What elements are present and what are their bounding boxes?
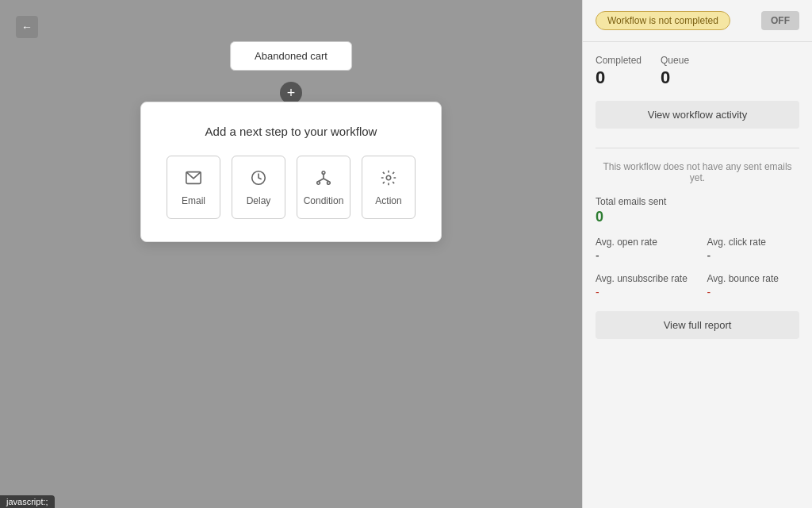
back-arrow-icon: ← <box>21 21 33 33</box>
avg-bounce-rate: Avg. bounce rate - <box>707 273 800 298</box>
avg-unsub-value: - <box>596 286 688 298</box>
completed-label: Completed <box>596 55 642 66</box>
email-stats: Avg. open rate - Avg. click rate - Avg. … <box>596 237 799 298</box>
avg-click-value: - <box>707 249 800 262</box>
svg-line-6 <box>319 178 324 181</box>
delay-option-label: Delay <box>247 195 271 206</box>
action-icon <box>380 169 397 190</box>
workflow-canvas: ← Abandoned cart + Add a next step to yo… <box>0 0 582 508</box>
avg-open-label: Avg. open rate <box>596 237 688 248</box>
view-activity-button[interactable]: View workflow activity <box>596 101 799 129</box>
avg-open-rate: Avg. open rate - <box>596 237 688 262</box>
email-icon <box>185 169 202 190</box>
avg-open-value: - <box>596 249 688 262</box>
sidebar-body: Completed 0 Queue 0 View workflow activi… <box>583 42 812 508</box>
svg-point-2 <box>322 171 325 174</box>
add-step-button[interactable]: + <box>280 82 302 104</box>
completed-stat: Completed 0 <box>596 55 642 88</box>
workflow-sidebar: Workflow is not completed OFF Completed … <box>582 0 812 508</box>
step-option-condition[interactable]: Condition <box>297 156 350 219</box>
view-report-button[interactable]: View full report <box>596 311 799 339</box>
step-option-action[interactable]: Action <box>362 156 416 219</box>
condition-icon <box>315 169 332 190</box>
back-button[interactable]: ← <box>16 16 38 38</box>
svg-point-3 <box>317 181 320 184</box>
unsub-bounce-row: Avg. unsubscribe rate - Avg. bounce rate… <box>596 273 799 298</box>
completed-value: 0 <box>596 67 642 88</box>
email-option-label: Email <box>182 195 205 206</box>
queue-stat: Queue 0 <box>661 55 689 88</box>
node-label: Abandoned cart <box>255 50 327 62</box>
total-emails-section: Total emails sent 0 <box>596 196 799 225</box>
total-emails-label: Total emails sent <box>596 196 799 207</box>
avg-click-label: Avg. click rate <box>707 237 800 248</box>
status-bar: javascript:; <box>0 495 55 508</box>
step-option-email[interactable]: Email <box>167 156 220 219</box>
action-option-label: Action <box>375 195 401 206</box>
step-option-delay[interactable]: Delay <box>232 156 285 219</box>
step-options: Email Delay <box>167 156 416 219</box>
avg-bounce-label: Avg. bounce rate <box>707 273 800 284</box>
workflow-node[interactable]: Abandoned cart <box>230 41 352 71</box>
queue-label: Queue <box>661 55 689 66</box>
svg-point-8 <box>386 175 391 180</box>
delay-icon <box>250 169 267 190</box>
no-emails-text: This workflow does not have any sent ema… <box>596 161 799 183</box>
workflow-toggle[interactable]: OFF <box>761 11 799 30</box>
sidebar-header: Workflow is not completed OFF <box>583 0 812 42</box>
avg-click-rate: Avg. click rate - <box>707 237 800 262</box>
condition-option-label: Condition <box>304 195 344 206</box>
avg-unsubscribe-rate: Avg. unsubscribe rate - <box>596 273 688 298</box>
svg-point-4 <box>327 181 331 184</box>
svg-line-7 <box>324 178 328 181</box>
total-emails-value: 0 <box>596 209 799 225</box>
avg-unsub-label: Avg. unsubscribe rate <box>596 273 688 284</box>
queue-value: 0 <box>661 67 689 88</box>
workflow-status-badge: Workflow is not completed <box>596 11 730 30</box>
stats-row: Completed 0 Queue 0 <box>596 55 799 88</box>
open-click-row: Avg. open rate - Avg. click rate - <box>596 237 799 262</box>
divider <box>596 148 799 148</box>
plus-icon: + <box>287 86 296 100</box>
avg-bounce-value: - <box>707 286 800 298</box>
popup-title: Add a next step to your workflow <box>167 125 416 138</box>
status-bar-text: javascript:; <box>6 497 48 506</box>
add-step-popup: Add a next step to your workflow Email <box>140 102 442 242</box>
